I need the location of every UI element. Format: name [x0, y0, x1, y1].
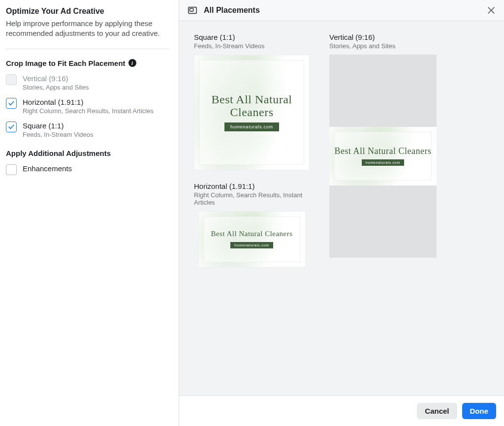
ad-url: homenaturals.com	[230, 242, 273, 248]
preview-horizontal-image[interactable]: Best All Natural Cleaners homenaturals.c…	[198, 211, 306, 268]
svg-rect-1	[190, 8, 193, 11]
preview-subtitle: Feeds, In-Stream Videos	[194, 42, 310, 50]
crop-option-square: Square (1:1) Feeds, In-Stream Videos	[6, 122, 170, 138]
done-button[interactable]: Done	[462, 403, 497, 419]
checkbox-vertical	[6, 74, 17, 85]
crop-option-label: Vertical (9:16)	[23, 74, 89, 83]
vertical-letterbox-top	[329, 55, 437, 127]
crop-option-sublabel: Feeds, In-Stream Videos	[23, 131, 94, 138]
crop-option-label: Horizontal (1.91:1)	[23, 98, 154, 106]
adjustments-section-title: Apply Additional Adjustments	[6, 149, 170, 157]
crop-section-title: Crop Image to Fit Each Placement i	[6, 59, 170, 67]
footer-actions: Cancel Done	[179, 396, 504, 426]
preview-square-image[interactable]: Best All Natural Cleaners homenaturals.c…	[194, 55, 310, 170]
checkbox-horizontal[interactable]	[6, 98, 17, 109]
preview-header-title: All Placements	[204, 6, 260, 15]
sidebar-title: Optimize Your Ad Creative	[6, 7, 170, 16]
preview-subtitle: Stories, Apps and Sites	[329, 42, 445, 50]
preview-panel: All Placements Square (1:1) Feeds, In-St…	[179, 0, 504, 426]
preview-header: All Placements	[179, 0, 504, 21]
checkbox-enhancements[interactable]	[6, 164, 17, 175]
checkbox-square[interactable]	[6, 122, 17, 132]
preview-area: Square (1:1) Feeds, In-Stream Videos Bes…	[179, 21, 504, 396]
cancel-button[interactable]: Cancel	[417, 403, 457, 419]
preview-square: Square (1:1) Feeds, In-Stream Videos Bes…	[194, 33, 310, 170]
preview-vertical-image[interactable]: Best All Natural Cleaners homenaturals.c…	[329, 55, 437, 258]
info-icon[interactable]: i	[128, 59, 136, 67]
crop-option-vertical: Vertical (9:16) Stories, Apps and Sites	[6, 74, 170, 91]
optimize-sidebar: Optimize Your Ad Creative Help improve p…	[0, 0, 179, 426]
adjustment-enhancements: Enhancements	[6, 164, 170, 175]
crop-option-sublabel: Stories, Apps and Sites	[23, 84, 89, 91]
adjustment-label: Enhancements	[23, 164, 72, 173]
preview-subtitle: Right Column, Search Results, Instant Ar…	[194, 191, 310, 206]
preview-title: Vertical (9:16)	[329, 33, 445, 41]
preview-vertical: Vertical (9:16) Stories, Apps and Sites …	[329, 33, 445, 258]
crop-option-sublabel: Right Column, Search Results, Instant Ar…	[23, 107, 154, 115]
preview-title: Horizontal (1.91:1)	[194, 182, 310, 190]
ad-url: homenaturals.com	[224, 122, 279, 131]
ad-headline: Best All Natural Cleaners	[211, 230, 292, 238]
preview-horizontal: Horizontal (1.91:1) Right Column, Search…	[194, 182, 310, 268]
close-icon[interactable]	[486, 5, 496, 15]
divider	[6, 49, 170, 49]
sidebar-description: Help improve performance by applying the…	[6, 19, 170, 39]
crop-option-label: Square (1:1)	[23, 122, 94, 130]
ad-url: homenaturals.com	[362, 159, 404, 166]
preview-title: Square (1:1)	[194, 33, 310, 41]
vertical-letterbox-bottom	[329, 185, 437, 258]
placements-icon	[187, 5, 198, 16]
crop-option-horizontal: Horizontal (1.91:1) Right Column, Search…	[6, 98, 170, 115]
ad-headline: Best All Natural Cleaners	[198, 93, 305, 118]
ad-headline: Best All Natural Cleaners	[335, 147, 432, 156]
